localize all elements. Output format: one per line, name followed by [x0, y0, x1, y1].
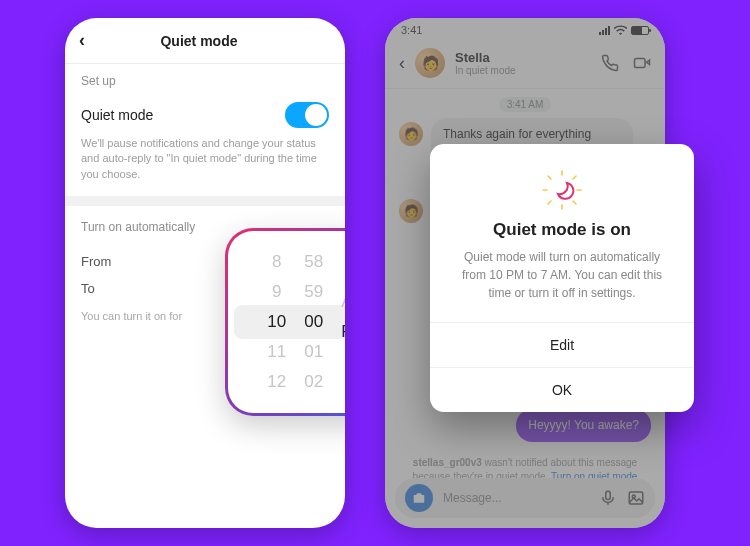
minute-column[interactable]: 58 59 00 01 02: [304, 252, 323, 392]
edit-button[interactable]: Edit: [430, 322, 694, 367]
settings-phone: ‹ Quiet mode Set up Quiet mode We'll pau…: [65, 18, 345, 528]
quiet-mode-description: We'll pause notifications and change you…: [65, 132, 345, 196]
hour-column[interactable]: 8 9 10 11 12: [267, 252, 286, 392]
svg-line-12: [573, 176, 576, 179]
ok-button[interactable]: OK: [430, 367, 694, 412]
svg-line-10: [573, 201, 576, 204]
moon-icon: [542, 170, 582, 210]
title-bar: ‹ Quiet mode: [65, 18, 345, 64]
quiet-mode-row: Quiet mode: [65, 98, 345, 132]
to-label: To: [81, 281, 95, 296]
divider: [65, 196, 345, 206]
quiet-mode-toggle[interactable]: [285, 102, 329, 128]
ampm-column[interactable]: AM PM: [341, 282, 345, 362]
quiet-mode-label: Quiet mode: [81, 107, 153, 123]
svg-line-11: [548, 201, 551, 204]
time-picker[interactable]: 8 9 10 11 12 58 59 00 01 02 AM PM: [225, 228, 345, 416]
quiet-mode-modal: Quiet mode is on Quiet mode will turn on…: [430, 144, 694, 412]
section-setup: Set up: [65, 64, 345, 98]
page-title: Quiet mode: [67, 33, 331, 49]
svg-line-9: [548, 176, 551, 179]
from-label: From: [81, 254, 111, 269]
modal-body: Quiet mode will turn on automatically fr…: [430, 248, 694, 322]
modal-title: Quiet mode is on: [493, 220, 631, 240]
